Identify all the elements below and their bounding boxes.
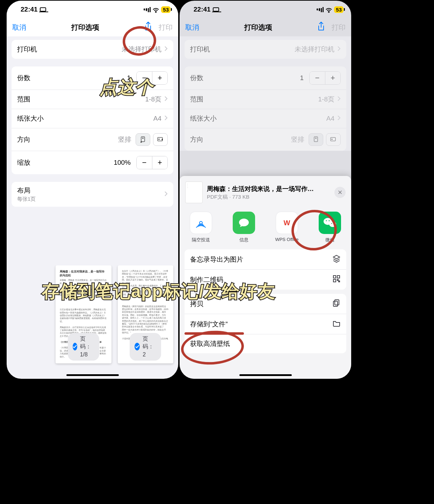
svg-point-1	[143, 138, 144, 139]
copies-plus-button[interactable]: +	[152, 72, 167, 84]
svg-point-3	[159, 139, 160, 140]
svg-rect-19	[339, 281, 340, 282]
action-save-to-files[interactable]: 存储到“文件”	[185, 314, 346, 334]
svg-rect-21	[333, 301, 338, 306]
svg-point-5	[316, 138, 317, 139]
document-thumbnail-icon: ·········	[185, 182, 203, 203]
svg-rect-6	[331, 137, 335, 141]
messages-icon	[233, 212, 255, 234]
battery-icon: 53	[161, 6, 171, 13]
home-indicator[interactable]	[239, 374, 292, 376]
share-apps-row: 隔空投送 信息 W WPS Office 微信	[180, 209, 351, 249]
orientation-portrait-button[interactable]	[136, 133, 150, 146]
status-time: 22:41	[21, 6, 38, 13]
qrcode-icon	[332, 275, 341, 285]
orientation-row: 方向 竖排	[12, 128, 173, 151]
share-sheet-header: ········· 周梅森：生活对我来说，是一场写作… PDF文稿 · 773 …	[180, 176, 351, 209]
share-doc-subtitle: PDF文稿 · 773 KB	[207, 194, 330, 200]
status-bar: 22:41 53	[7, 1, 178, 18]
svg-point-7	[332, 139, 333, 140]
print-options-sheet-dimmed: 打印机 未选择打印机 份数 1 −+ 范围 1-8页 纸张大小 A4 方向	[180, 36, 351, 151]
copies-minus-button: −	[310, 72, 325, 84]
chevron-right-icon	[164, 45, 168, 53]
printer-row[interactable]: 打印机 未选择打印机	[12, 40, 173, 59]
svg-rect-4	[314, 137, 318, 142]
wps-icon: W	[276, 212, 298, 234]
chevron-right-icon	[337, 95, 341, 103]
scale-plus-button[interactable]: +	[152, 156, 167, 169]
scale-value: 100%	[101, 159, 133, 166]
scale-minus-button[interactable]: −	[137, 156, 152, 169]
folder-icon	[332, 319, 341, 329]
svg-rect-2	[158, 137, 162, 141]
paper-row[interactable]: 纸张大小 A4	[12, 109, 173, 128]
print-options-sheet: 打印机 未选择打印机 份数 1 − + 范围 1-8页 纸张大小	[7, 36, 178, 207]
paper-row: 纸张大小 A4	[185, 109, 346, 128]
share-app-wechat[interactable]: 微信	[312, 212, 347, 243]
annotation-tap-this: 点这个	[100, 76, 153, 99]
wifi-icon	[153, 7, 159, 12]
check-icon	[73, 343, 77, 350]
home-indicator[interactable]	[66, 374, 119, 376]
orientation-row: 方向 竖排	[185, 128, 346, 151]
cancel-button[interactable]: 取消	[12, 23, 26, 32]
copies-plus-button: +	[325, 72, 340, 84]
phone-left: 22:41 53 取消 打印选项 打印 打印机 未选择打印机	[6, 0, 179, 379]
svg-rect-18	[337, 279, 338, 281]
nav-title: 打印选项	[71, 23, 99, 32]
sleep-icon	[213, 7, 219, 12]
orientation-portrait-button	[309, 133, 323, 146]
chevron-right-icon	[164, 95, 168, 103]
share-doc-title: 周梅森：生活对我来说，是一场写作…	[207, 185, 330, 193]
layers-icon	[332, 254, 341, 264]
cellular-icon	[144, 7, 151, 12]
svg-point-11	[326, 220, 327, 221]
share-app-messages[interactable]: 信息	[226, 212, 261, 243]
phone-right: 22:41 53 取消 打印选项 打印 打印机 未选择打印机	[179, 0, 352, 379]
wechat-icon	[319, 212, 341, 234]
svg-rect-16	[337, 276, 340, 278]
share-icon[interactable]	[317, 22, 325, 33]
copies-row: 份数 1 −+	[185, 66, 346, 90]
share-app-airdrop[interactable]: 隔空投送	[183, 212, 218, 243]
cancel-button[interactable]: 取消	[185, 23, 199, 32]
check-icon	[135, 343, 140, 350]
chevron-right-icon	[164, 191, 168, 198]
svg-point-10	[329, 221, 336, 227]
orientation-landscape-button[interactable]	[153, 133, 168, 146]
chevron-right-icon	[164, 115, 168, 122]
share-icon[interactable]	[144, 22, 152, 33]
svg-point-14	[333, 223, 334, 224]
svg-rect-15	[333, 276, 336, 278]
page-indicator-pill[interactable]: 页码：1/8	[68, 333, 99, 361]
chevron-right-icon	[337, 115, 341, 122]
print-button[interactable]: 打印	[159, 23, 173, 32]
cellular-icon	[317, 7, 324, 12]
sleep-icon	[40, 7, 46, 12]
scale-row: 缩放 100% − +	[12, 151, 173, 174]
svg-rect-0	[141, 137, 145, 142]
nav-bar: 取消 打印选项 打印	[7, 18, 178, 36]
chevron-right-icon	[337, 45, 341, 53]
battery-icon: 53	[334, 6, 343, 13]
share-app-wps[interactable]: W WPS Office	[269, 212, 304, 243]
annotation-banner: 存储到笔记app标记/发给好友	[42, 280, 275, 303]
svg-point-12	[328, 220, 330, 221]
action-wallpaper[interactable]: 获取高清壁纸	[185, 334, 346, 353]
nav-bar: 取消 打印选项 打印	[180, 18, 351, 36]
close-button[interactable]: ✕	[334, 187, 346, 198]
page-indicator-pill[interactable]: 页码：2	[130, 333, 161, 361]
status-time: 22:41	[194, 6, 211, 13]
printer-label: 打印机	[17, 45, 37, 54]
share-sheet[interactable]: ········· 周梅森：生活对我来说，是一场写作… PDF文稿 · 773 …	[180, 176, 351, 379]
range-row: 范围 1-8页	[185, 90, 346, 109]
printer-row: 打印机 未选择打印机	[185, 40, 346, 59]
layout-row[interactable]: 布局 每张1页	[12, 182, 173, 207]
svg-rect-17	[333, 279, 336, 282]
action-memo-export[interactable]: 备忘录导出为图片	[185, 249, 346, 269]
orientation-landscape-button	[326, 133, 341, 146]
copy-icon	[332, 299, 341, 309]
print-button[interactable]: 打印	[332, 23, 346, 32]
annotation-underline-copy	[185, 332, 244, 335]
wifi-icon	[326, 7, 332, 12]
